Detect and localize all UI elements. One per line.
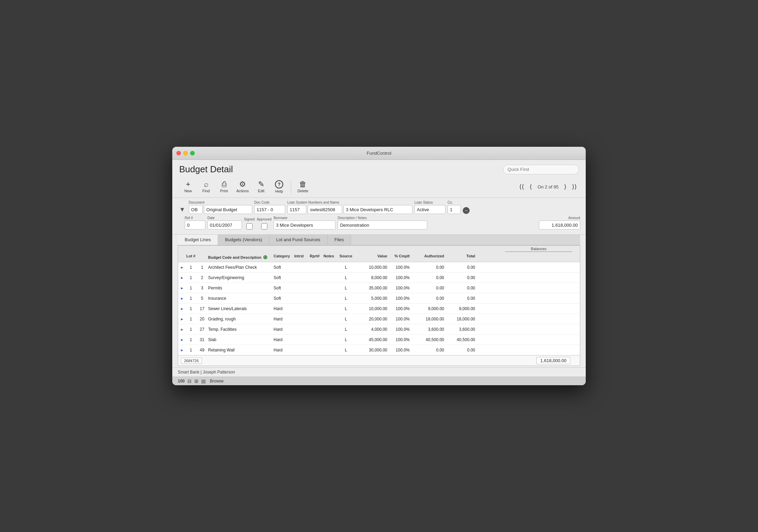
- cell-category: Hard: [274, 337, 294, 342]
- co-input[interactable]: [448, 205, 461, 214]
- cell-source: L: [337, 265, 355, 270]
- cell-pct: 100.0%: [387, 306, 410, 311]
- col-header-rprt: Rprt#: [310, 254, 324, 260]
- borrower-field: Borrower: [274, 216, 336, 229]
- cell-source: L: [337, 286, 355, 290]
- cell-lot: 1: [186, 327, 196, 332]
- row-expand-icon[interactable]: ►: [180, 338, 184, 342]
- loan-number-input[interactable]: [287, 205, 306, 214]
- col-header-budgnum: [196, 254, 208, 260]
- row-expand-icon[interactable]: ►: [180, 348, 184, 352]
- zoom-level: 100: [178, 379, 185, 383]
- cell-budgnum: 17: [196, 306, 208, 311]
- find-button[interactable]: ⌕ Find: [197, 179, 215, 194]
- cell-desc: Grading, rough: [208, 317, 274, 321]
- table-row[interactable]: ► 1 17 Sewer Lines/Laterals Hard L 10,00…: [178, 304, 580, 314]
- col-header-pct: % Cmplt: [387, 254, 410, 260]
- tab-budget-lines[interactable]: Budget Lines: [178, 235, 218, 245]
- nav-next-button[interactable]: ⟩: [562, 182, 568, 191]
- cell-desc: Architect Fees/Plan Check: [208, 265, 274, 270]
- cell-pct: 100.0%: [387, 327, 410, 332]
- table-row[interactable]: ► 1 1 Architect Fees/Plan Check Soft L 1…: [178, 262, 580, 273]
- table-row[interactable]: ► 1 27 Temp. Facilities Hard L 4,000.00 …: [178, 324, 580, 335]
- cell-authorized: 3,600.00: [410, 327, 444, 332]
- cell-total: 3,600.00: [444, 327, 475, 332]
- header-area: Budget Detail: [172, 160, 586, 177]
- table-row[interactable]: ► 1 31 Slab Hard L 45,000.00 100.0% 40,5…: [178, 335, 580, 345]
- doc-code-label: Doc Code: [254, 201, 285, 204]
- add-budget-line-icon[interactable]: ⊕: [263, 254, 267, 260]
- table-row[interactable]: ► 1 20 Grading, rough Hard L 20,000.00 1…: [178, 314, 580, 324]
- table-row[interactable]: ► 1 49 Retaining Wall Hard L 30,000.00 1…: [178, 345, 580, 355]
- remove-button[interactable]: −: [463, 207, 470, 214]
- new-button[interactable]: + New: [179, 179, 197, 194]
- table-row[interactable]: ► 1 5 Insurance Soft L 5,000.00 100.0% 0…: [178, 293, 580, 304]
- desc-input[interactable]: [338, 221, 427, 229]
- cell-total: 0.00: [444, 296, 475, 301]
- ref-input[interactable]: [185, 221, 205, 229]
- loan-code-input[interactable]: [308, 205, 342, 214]
- row-expand-icon[interactable]: ►: [180, 276, 184, 280]
- tab-lot-fund-sources[interactable]: Lot and Fund Sources: [269, 235, 328, 245]
- cell-lot: 1: [186, 275, 196, 280]
- date-input[interactable]: [207, 221, 242, 229]
- edit-button[interactable]: ✎ Edit: [252, 179, 270, 194]
- signed-field: Signed: [244, 217, 255, 229]
- cell-total: 0.00: [444, 286, 475, 290]
- nav-first-button[interactable]: ⟨⟨: [517, 182, 526, 191]
- quick-find-input[interactable]: [503, 165, 579, 174]
- loan-status-label: Loan Status: [414, 201, 445, 204]
- cell-total: 0.00: [444, 348, 475, 352]
- footer-total: 1,618,000.00: [536, 357, 570, 364]
- cell-category: Soft: [274, 296, 294, 301]
- amount-input[interactable]: [539, 221, 580, 229]
- nav-prev-button[interactable]: ⟨: [527, 182, 534, 191]
- toolbar: + New ⌕ Find ⎙ Print ⚙ Actions ✎ Edit ? …: [172, 177, 586, 198]
- cell-authorized: 18,000.00: [410, 317, 444, 321]
- document-label: Document: [189, 201, 252, 204]
- actions-icon: ⚙: [239, 181, 246, 188]
- new-icon: +: [186, 181, 191, 188]
- document-name-input[interactable]: [204, 205, 252, 214]
- cell-value: 35,000.00: [355, 286, 387, 290]
- zoom-in-icon[interactable]: ▤: [201, 378, 206, 384]
- actions-button[interactable]: ⚙ Actions: [233, 179, 252, 194]
- row-expand-icon[interactable]: ►: [180, 327, 184, 331]
- borrower-input[interactable]: [274, 221, 336, 229]
- close-button[interactable]: [176, 151, 181, 155]
- help-button[interactable]: ? Help: [270, 179, 288, 195]
- tab-files[interactable]: Files: [328, 235, 351, 245]
- cell-desc: Retaining Wall: [208, 348, 274, 352]
- table-row[interactable]: ► 1 3 Permits Soft L 35,000.00 100.0% 0.…: [178, 283, 580, 293]
- col-header-arrow: [180, 254, 186, 260]
- cell-source: L: [337, 306, 355, 311]
- print-button[interactable]: ⎙ Print: [215, 179, 233, 194]
- cell-category: Hard: [274, 317, 294, 321]
- zoom-out-icon[interactable]: ⊟: [187, 378, 192, 384]
- nav-last-button[interactable]: ⟩⟩: [570, 182, 579, 191]
- loan-status-input[interactable]: [414, 205, 445, 214]
- row-expand-icon[interactable]: ►: [180, 307, 184, 311]
- window-content: Budget Detail + New ⌕ Find ⎙ Print ⚙ Act…: [172, 160, 586, 385]
- row-expand-icon[interactable]: ►: [180, 286, 184, 290]
- dropdown-arrow-icon[interactable]: ▼: [178, 206, 187, 213]
- minimize-button[interactable]: [183, 151, 188, 155]
- loan-name-input[interactable]: [344, 205, 412, 214]
- document-code-input[interactable]: [189, 205, 203, 214]
- nav-info: On 2 of 95: [537, 184, 559, 190]
- resize-icon[interactable]: ⊞: [194, 378, 198, 384]
- row-expand-icon[interactable]: ►: [180, 317, 184, 321]
- signed-checkbox[interactable]: [246, 223, 253, 229]
- doc-code-input[interactable]: [254, 205, 285, 214]
- signed-label: Signed: [244, 217, 255, 221]
- row-expand-icon[interactable]: ►: [180, 265, 184, 269]
- cell-authorized: 40,500.00: [410, 337, 444, 342]
- tab-budgets-vendors[interactable]: Budgets (Vendors): [218, 235, 269, 245]
- table-footer: 2684726 1,618,000.00: [178, 355, 580, 366]
- maximize-button[interactable]: [190, 151, 195, 155]
- delete-button[interactable]: 🗑 Delete: [294, 179, 312, 194]
- table-row[interactable]: ► 1 2 Survey/Engineering Soft L 8,000.00…: [178, 273, 580, 283]
- cell-desc: Insurance: [208, 296, 274, 301]
- row-expand-icon[interactable]: ►: [180, 296, 184, 300]
- approved-checkbox[interactable]: [261, 223, 267, 229]
